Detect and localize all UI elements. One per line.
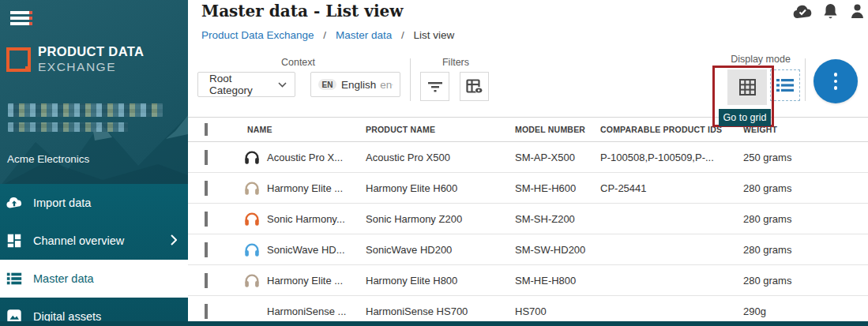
toolbar-divider: [805, 58, 806, 101]
cloud-sync-icon[interactable]: [792, 5, 814, 19]
column-header-product-name[interactable]: PRODUCT NAME: [366, 125, 515, 134]
cell-comparable-product-ids: P-100508,P-100509,P-...: [600, 152, 743, 163]
cell-name: HarmoniSense ...: [267, 305, 346, 317]
cell-model-number: SM-HE-H800: [515, 275, 600, 287]
row-checkbox[interactable]: [205, 273, 208, 288]
page-title: Master data - List view: [201, 2, 403, 21]
grid-icon: [738, 78, 757, 96]
cell-model-number: SM-SH-Z200: [515, 213, 600, 225]
cell-model-number: SM-SW-HD200: [515, 244, 600, 256]
logo-square-icon: [6, 47, 31, 72]
category-dropdown-value: Root Category: [209, 73, 278, 96]
cell-weight: 290g: [743, 305, 868, 317]
breadcrumb-separator: /: [323, 29, 326, 41]
language-badge: EN: [318, 79, 336, 90]
table-row[interactable]: Harmony Elite ... Harmony Elite H800 SM-…: [188, 265, 868, 296]
cell-name: SonicWave HD...: [267, 244, 345, 256]
list-view-icon: [776, 77, 795, 93]
kebab-dot: [834, 86, 838, 90]
headphones-product-image: [243, 272, 261, 289]
app-logo: PRODUCT DATA EXCHANGE: [6, 44, 144, 74]
cell-weight: 250 grams: [743, 152, 868, 163]
headphones-product-image: [243, 179, 261, 197]
cell-model-number: HS700: [515, 305, 600, 317]
cell-weight: 280 grams: [743, 275, 868, 287]
main-content: Master data - List view Product Data Exc…: [188, 0, 868, 326]
filter-button[interactable]: [420, 72, 449, 101]
cell-product-name: HarmoniSense HS700: [366, 305, 515, 317]
row-checkbox[interactable]: [205, 212, 208, 227]
sidebar-item-label: Master data: [33, 272, 94, 285]
headphones-product-image: [243, 148, 261, 166]
cell-weight: 280 grams: [743, 213, 868, 225]
sidebar-item-channel-overview[interactable]: Channel overview: [0, 222, 188, 260]
cell-weight: 280 grams: [743, 182, 868, 194]
cell-model-number: SM-AP-X500: [515, 152, 600, 163]
product-table: NAME PRODUCT NAME MODEL NUMBER COMPARABL…: [188, 117, 868, 326]
list-view-button[interactable]: [770, 69, 800, 101]
sidebar: PRODUCT DATA EXCHANGE Acme Electronics I…: [0, 0, 188, 326]
breadcrumb-link-master-data[interactable]: Master data: [336, 29, 392, 41]
breadcrumb: Product Data Exchange / Master data / Li…: [201, 29, 454, 41]
dashboard-icon: [6, 232, 23, 249]
cell-name: Harmony Elite ...: [267, 275, 343, 287]
chevron-down-icon: [392, 82, 393, 88]
row-checkbox[interactable]: [205, 150, 208, 165]
toolbar-divider: [410, 58, 411, 101]
cell-comparable-product-ids: CP-25441: [600, 182, 743, 194]
filter-icon: [427, 81, 443, 92]
app-window: PRODUCT DATA EXCHANGE Acme Electronics I…: [0, 0, 868, 326]
row-checkbox[interactable]: [205, 242, 208, 257]
company-name: Acme Electronics: [7, 153, 89, 165]
bottom-scrollbar[interactable]: [0, 321, 868, 326]
cloud-upload-icon: [6, 194, 23, 212]
list-icon: [6, 270, 23, 287]
cell-product-name: SonicWave HD200: [366, 244, 515, 256]
grid-view-button[interactable]: [727, 69, 767, 105]
cell-product-name: Harmony Elite H800: [366, 275, 515, 287]
headphones-product-image: [243, 210, 261, 227]
column-visibility-button[interactable]: [460, 72, 489, 101]
table-body: Acoustic Pro X... Acoustic Pro X500 SM-A…: [188, 142, 868, 326]
logo-line1: PRODUCT DATA: [38, 44, 144, 59]
breadcrumb-separator: /: [401, 29, 404, 41]
chevron-right-icon: [171, 234, 177, 245]
kebab-dot: [834, 80, 838, 84]
row-checkbox[interactable]: [205, 181, 208, 196]
table-row[interactable]: Sonic Harmony... Sonic Harmony Z200 SM-S…: [188, 204, 868, 234]
table-eye-icon: [466, 79, 483, 94]
more-actions-button[interactable]: [814, 59, 858, 103]
table-row[interactable]: Harmony Elite ... Harmony Elite H600 SM-…: [188, 173, 868, 204]
context-label: Context: [196, 57, 400, 68]
select-all-checkbox[interactable]: [205, 123, 208, 136]
hamburger-menu-icon[interactable]: [10, 11, 32, 26]
redacted-user-name: [8, 103, 163, 117]
redacted-user-role: [8, 122, 128, 132]
cell-product-name: Sonic Harmony Z200: [366, 213, 515, 225]
language-dropdown-value: English: [341, 79, 376, 91]
kebab-dot: [834, 73, 838, 77]
cell-weight: 280 grams: [743, 244, 868, 256]
headphones-product-image: [243, 241, 261, 258]
cell-model-number: SM-HE-H600: [515, 182, 600, 194]
column-header-model-number[interactable]: MODEL NUMBER: [515, 125, 600, 134]
notifications-icon[interactable]: [822, 2, 839, 21]
cell-name: Sonic Harmony...: [267, 213, 345, 225]
cell-name: Acoustic Pro X...: [267, 152, 343, 163]
table-row[interactable]: SonicWave HD... SonicWave HD200 SM-SW-HD…: [188, 234, 868, 265]
category-dropdown[interactable]: Root Category: [197, 72, 295, 97]
sidebar-menu: Import data Channel overview: [0, 184, 188, 326]
sidebar-item-master-data[interactable]: Master data: [0, 260, 188, 298]
column-header-name[interactable]: NAME: [243, 125, 366, 134]
language-dropdown[interactable]: EN English en: [310, 72, 400, 97]
row-checkbox[interactable]: [205, 304, 208, 319]
breadcrumb-link-product-data-exchange[interactable]: Product Data Exchange: [201, 29, 314, 41]
language-code: en: [380, 79, 392, 91]
user-icon[interactable]: [850, 3, 865, 19]
table-row[interactable]: Acoustic Pro X... Acoustic Pro X500 SM-A…: [188, 142, 868, 173]
cell-product-name: Harmony Elite H600: [366, 182, 515, 194]
sidebar-item-import-data[interactable]: Import data: [0, 184, 188, 222]
sidebar-item-label: Import data: [33, 197, 91, 209]
chevron-down-icon: [278, 82, 287, 88]
logo-line2: EXCHANGE: [38, 60, 144, 74]
